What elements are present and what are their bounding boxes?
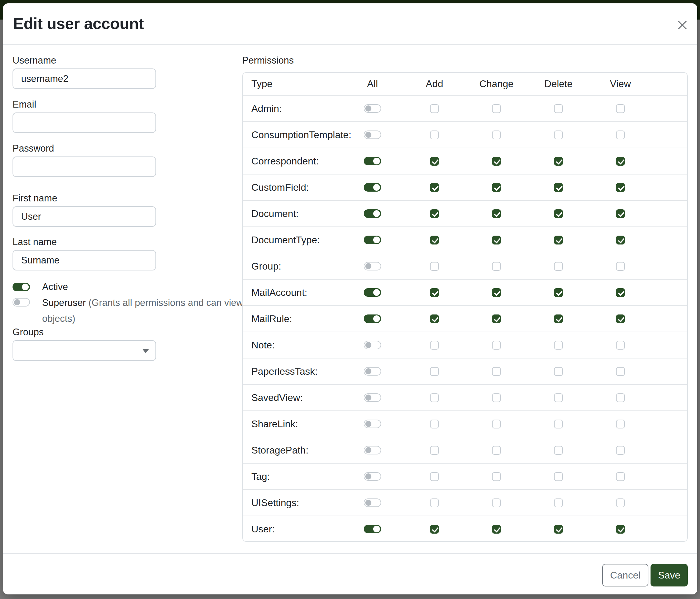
permission-view-checkbox[interactable]	[616, 262, 625, 271]
permission-all-toggle[interactable]	[364, 341, 381, 349]
permission-all-toggle[interactable]	[364, 236, 381, 244]
permission-view-checkbox[interactable]	[616, 183, 625, 192]
permission-all-toggle[interactable]	[364, 104, 381, 113]
permission-change-checkbox[interactable]	[492, 420, 501, 429]
groups-select[interactable]	[12, 340, 156, 361]
permission-change-checkbox[interactable]	[492, 262, 501, 271]
permission-delete-checkbox[interactable]	[554, 157, 563, 166]
permission-all-toggle[interactable]	[364, 314, 381, 323]
permission-change-checkbox[interactable]	[492, 525, 501, 534]
permission-delete-checkbox[interactable]	[554, 499, 563, 507]
permission-add-checkbox[interactable]	[430, 104, 439, 113]
permission-view-checkbox[interactable]	[616, 367, 625, 376]
permission-change-checkbox[interactable]	[492, 499, 501, 507]
password-input[interactable]	[12, 157, 156, 177]
permission-add-checkbox[interactable]	[430, 341, 439, 350]
permission-all-toggle[interactable]	[364, 393, 381, 402]
active-toggle[interactable]	[12, 283, 30, 291]
permission-add-checkbox[interactable]	[430, 262, 439, 271]
permission-add-checkbox[interactable]	[430, 288, 439, 297]
permission-change-checkbox[interactable]	[492, 367, 501, 376]
permission-view-checkbox[interactable]	[616, 525, 625, 534]
permission-view-checkbox[interactable]	[616, 130, 625, 139]
permission-add-checkbox[interactable]	[430, 499, 439, 507]
permission-change-checkbox[interactable]	[492, 288, 501, 297]
permission-delete-checkbox[interactable]	[554, 183, 563, 192]
permission-delete-checkbox[interactable]	[554, 472, 563, 481]
permission-view-checkbox[interactable]	[616, 209, 625, 218]
permission-change-checkbox[interactable]	[492, 157, 501, 166]
permission-delete-checkbox[interactable]	[554, 420, 563, 429]
permission-all-toggle[interactable]	[364, 367, 381, 376]
permission-view-checkbox[interactable]	[616, 236, 625, 244]
permission-view-checkbox[interactable]	[616, 157, 625, 166]
permission-add-checkbox[interactable]	[430, 367, 439, 376]
permission-all-toggle[interactable]	[364, 288, 381, 297]
permission-add-checkbox[interactable]	[430, 525, 439, 534]
permission-add-checkbox[interactable]	[430, 393, 439, 402]
superuser-toggle[interactable]	[12, 298, 30, 307]
permission-change-checkbox[interactable]	[492, 446, 501, 455]
permission-view-checkbox[interactable]	[616, 288, 625, 297]
permission-view-checkbox[interactable]	[616, 446, 625, 455]
permission-all-toggle[interactable]	[364, 262, 381, 270]
permission-all-toggle[interactable]	[364, 525, 381, 533]
permission-all-toggle[interactable]	[364, 209, 381, 218]
first-name-input[interactable]	[12, 206, 156, 227]
permission-view-checkbox[interactable]	[616, 104, 625, 113]
permission-delete-checkbox[interactable]	[554, 341, 563, 350]
permission-add-checkbox[interactable]	[430, 420, 439, 429]
permission-all-toggle[interactable]	[364, 420, 381, 428]
permission-add-checkbox[interactable]	[430, 183, 439, 192]
permission-view-checkbox[interactable]	[616, 341, 625, 350]
permission-change-checkbox[interactable]	[492, 130, 501, 139]
permission-all-toggle[interactable]	[364, 130, 381, 139]
permissions-table-header: Type All Add Change Delete View	[243, 73, 687, 95]
permission-change-checkbox[interactable]	[492, 209, 501, 218]
permission-change-checkbox[interactable]	[492, 393, 501, 402]
permission-all-toggle[interactable]	[364, 157, 381, 165]
permission-delete-checkbox[interactable]	[554, 130, 563, 139]
permission-all-toggle[interactable]	[364, 446, 381, 454]
permission-type-label: Tag:	[243, 471, 342, 482]
edit-user-modal: Edit user account Username Email Passwor…	[3, 3, 697, 594]
permission-view-checkbox[interactable]	[616, 420, 625, 429]
column-header-delete: Delete	[527, 78, 590, 90]
permission-change-checkbox[interactable]	[492, 236, 501, 244]
permission-add-checkbox[interactable]	[430, 130, 439, 139]
permission-delete-checkbox[interactable]	[554, 288, 563, 297]
save-button[interactable]: Save	[651, 564, 688, 586]
permission-add-checkbox[interactable]	[430, 157, 439, 166]
permission-change-checkbox[interactable]	[492, 104, 501, 113]
permission-delete-checkbox[interactable]	[554, 209, 563, 218]
permission-add-checkbox[interactable]	[430, 446, 439, 455]
permission-delete-checkbox[interactable]	[554, 314, 563, 324]
permission-view-checkbox[interactable]	[616, 314, 625, 324]
permission-delete-checkbox[interactable]	[554, 262, 563, 271]
cancel-button[interactable]: Cancel	[602, 564, 648, 586]
permission-change-checkbox[interactable]	[492, 183, 501, 192]
permission-view-checkbox[interactable]	[616, 472, 625, 481]
permission-add-checkbox[interactable]	[430, 209, 439, 218]
permission-add-checkbox[interactable]	[430, 236, 439, 244]
permission-add-checkbox[interactable]	[430, 314, 439, 324]
permission-all-toggle[interactable]	[364, 499, 381, 507]
permission-all-toggle[interactable]	[364, 472, 381, 481]
permission-add-checkbox[interactable]	[430, 472, 439, 481]
permission-view-checkbox[interactable]	[616, 393, 625, 402]
username-input[interactable]	[12, 69, 156, 89]
permission-delete-checkbox[interactable]	[554, 104, 563, 113]
permission-change-checkbox[interactable]	[492, 314, 501, 324]
last-name-input[interactable]	[12, 250, 156, 270]
permission-delete-checkbox[interactable]	[554, 525, 563, 534]
permission-change-checkbox[interactable]	[492, 472, 501, 481]
permission-delete-checkbox[interactable]	[554, 446, 563, 455]
permission-view-checkbox[interactable]	[616, 499, 625, 507]
permission-delete-checkbox[interactable]	[554, 367, 563, 376]
permission-all-toggle[interactable]	[364, 183, 381, 192]
close-icon[interactable]	[676, 19, 689, 31]
permission-delete-checkbox[interactable]	[554, 393, 563, 402]
permission-delete-checkbox[interactable]	[554, 236, 563, 244]
permission-change-checkbox[interactable]	[492, 341, 501, 350]
email-input[interactable]	[12, 113, 156, 133]
